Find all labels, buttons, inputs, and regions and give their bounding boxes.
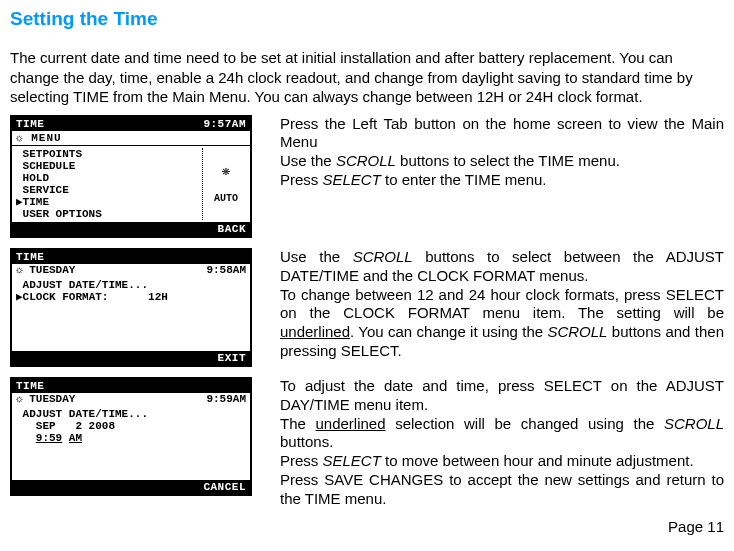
lcd1-clock: 9:57AM xyxy=(203,118,246,130)
text: SCROLL xyxy=(336,152,396,169)
text: The xyxy=(280,415,315,432)
lcd2-day: ☼ TUESDAY xyxy=(16,264,75,276)
step-2-text: Use the SCROLL buttons to select between… xyxy=(260,248,724,361)
lcd1-softkey-right: BACK xyxy=(218,223,246,235)
text: Press the Left Tab button on the home sc… xyxy=(280,115,724,151)
lcd3-title: TIME xyxy=(16,380,44,392)
lcd-screenshot-2: TIME ☼ TUESDAY 9:58AM ADJUST DATE/TIME..… xyxy=(10,248,260,367)
intro-paragraph: The current date and time need to be set… xyxy=(10,48,724,107)
step-3-text: To adjust the date and time, press SELEC… xyxy=(260,377,724,508)
lcd3-time: 9:59AM xyxy=(206,393,246,405)
step-row-1: TIME 9:57AM ☼ MENU SETPOINTS SCHEDULE HO… xyxy=(10,115,724,239)
text: SCROLL xyxy=(547,323,607,340)
page-number: Page 11 xyxy=(10,518,724,535)
lcd1-item: USER OPTIONS xyxy=(16,208,202,220)
lcd1-auto: AUTO xyxy=(206,193,246,204)
text: Press xyxy=(280,171,323,188)
lcd2-item: ADJUST DATE/TIME... xyxy=(16,279,246,291)
lcd-screenshot-3: TIME ☼ TUESDAY 9:59AM ADJUST DATE/TIME..… xyxy=(10,377,260,496)
lcd1-item: SERVICE xyxy=(16,184,202,196)
text: to enter the TIME menu. xyxy=(381,171,547,188)
text: buttons to select the TIME menu. xyxy=(396,152,620,169)
lcd3-item: 9:59 AM xyxy=(16,432,246,444)
text: Press xyxy=(280,452,323,469)
step-row-2: TIME ☼ TUESDAY 9:58AM ADJUST DATE/TIME..… xyxy=(10,248,724,367)
text: Use the xyxy=(280,152,336,169)
text: . You can change it using the xyxy=(350,323,547,340)
lcd1-item: SCHEDULE xyxy=(16,160,202,172)
lcd3-item: SEP 2 2008 xyxy=(16,420,246,432)
lcd1-item: ▶TIME xyxy=(16,196,202,208)
page-title: Setting the Time xyxy=(10,8,724,30)
step-row-3: TIME ☼ TUESDAY 9:59AM ADJUST DATE/TIME..… xyxy=(10,377,724,508)
text: SCROLL xyxy=(353,248,413,265)
text: SELECT xyxy=(323,171,381,188)
text: To adjust the date and time, press SELEC… xyxy=(280,377,724,413)
lcd2-title: TIME xyxy=(16,251,44,263)
lcd3-softkey-right: CANCEL xyxy=(203,481,246,493)
text: Use the xyxy=(280,248,353,265)
lcd2-softkey-right: EXIT xyxy=(218,352,246,364)
text: underlined xyxy=(280,323,350,340)
text: Press SAVE CHANGES to accept the new set… xyxy=(280,471,724,507)
lcd1-item: SETPOINTS xyxy=(16,148,202,160)
lcd2-item: ▶CLOCK FORMAT: 12H xyxy=(16,291,246,303)
text: underlined xyxy=(315,415,385,432)
text: To change between 12 and 24 hour clock f… xyxy=(280,286,724,322)
text: SELECT xyxy=(323,452,381,469)
lcd1-header: ☼ MENU xyxy=(16,132,62,144)
lcd2-time: 9:58AM xyxy=(206,264,246,276)
text: selection will be changed using the xyxy=(386,415,664,432)
lcd1-title: TIME xyxy=(16,118,44,130)
lcd-screenshot-1: TIME 9:57AM ☼ MENU SETPOINTS SCHEDULE HO… xyxy=(10,115,260,239)
lcd3-day: ☼ TUESDAY xyxy=(16,393,75,405)
lcd3-item: ADJUST DATE/TIME... xyxy=(16,408,246,420)
step-1-text: Press the Left Tab button on the home sc… xyxy=(260,115,724,190)
fan-icon: ❋ xyxy=(206,162,246,179)
text: SCROLL xyxy=(664,415,724,432)
lcd1-item: HOLD xyxy=(16,172,202,184)
text: buttons. xyxy=(280,433,333,450)
text: to move between hour and minute adjustme… xyxy=(381,452,694,469)
